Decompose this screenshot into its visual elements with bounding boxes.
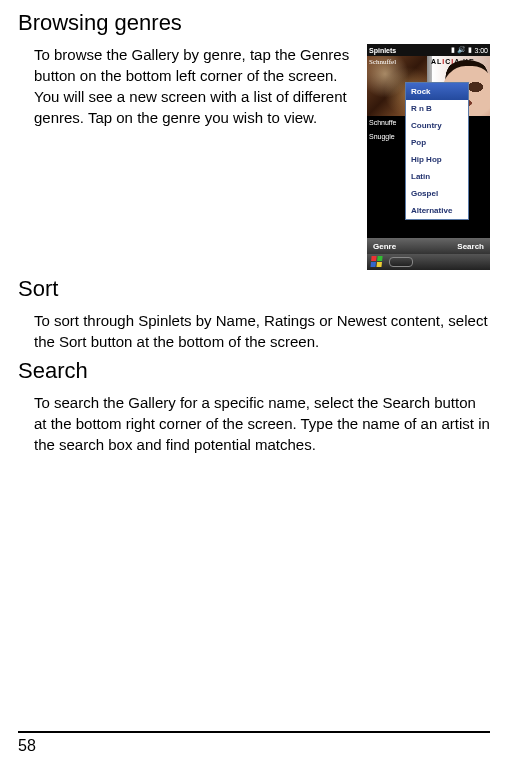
page-footer: 58 <box>18 731 490 755</box>
status-icons: ▮ 🔊 ▮ 3:00 <box>451 46 488 54</box>
side-list-item[interactable]: Snuggle <box>369 130 397 144</box>
sort-body: To sort through Spinlets by Name, Rating… <box>34 310 490 352</box>
genre-item-hiphop[interactable]: Hip Hop <box>406 151 468 168</box>
genre-item-country[interactable]: Country <box>406 117 468 134</box>
softkeys: Genre Search <box>367 238 490 254</box>
genre-item-latin[interactable]: Latin <box>406 168 468 185</box>
softkey-genre[interactable]: Genre <box>373 242 396 251</box>
genre-item-rnb[interactable]: R n B <box>406 100 468 117</box>
genre-item-gospel[interactable]: Gospel <box>406 185 468 202</box>
side-list: Schnuffe Snuggle <box>369 116 397 144</box>
status-bar: Spinlets ▮ 🔊 ▮ 3:00 <box>367 44 490 56</box>
system-bar <box>367 254 490 270</box>
genres-block: To browse the Gallery by genre, tap the … <box>34 44 490 270</box>
footer-rule <box>18 731 490 733</box>
heading-browsing-genres: Browsing genres <box>18 10 490 36</box>
softkey-search[interactable]: Search <box>457 242 484 251</box>
search-body: To search the Gallery for a specific nam… <box>34 392 490 455</box>
side-list-item[interactable]: Schnuffe <box>369 116 397 130</box>
volume-icon: 🔊 <box>457 46 466 54</box>
signal-icon: ▮ <box>451 46 455 54</box>
genre-menu: Rock R n B Country Pop Hip Hop Latin Gos… <box>405 82 469 220</box>
genres-body: To browse the Gallery by genre, tap the … <box>34 44 355 270</box>
taskbar-pill[interactable] <box>389 257 413 267</box>
status-title: Spinlets <box>369 47 396 54</box>
heading-search: Search <box>18 358 490 384</box>
page-number: 58 <box>18 737 490 755</box>
phone-screenshot: Spinlets ▮ 🔊 ▮ 3:00 Schnuffel ALICIA KE … <box>367 44 490 270</box>
genre-item-rock[interactable]: Rock <box>406 83 468 100</box>
genre-item-pop[interactable]: Pop <box>406 134 468 151</box>
clock-text: 3:00 <box>474 47 488 54</box>
album-left-label: Schnuffel <box>369 58 396 66</box>
heading-sort: Sort <box>18 276 490 302</box>
battery-icon: ▮ <box>468 46 472 54</box>
genre-item-alternative[interactable]: Alternative <box>406 202 468 219</box>
windows-start-icon[interactable] <box>371 256 383 268</box>
